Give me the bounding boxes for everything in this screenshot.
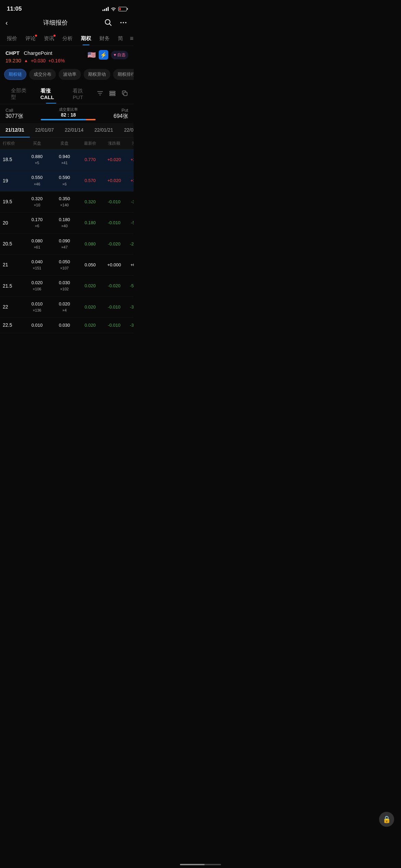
- last-price: 0.050: [78, 262, 102, 268]
- svg-point-2: [120, 22, 122, 23]
- change-pct: -33.33%: [126, 304, 134, 310]
- ask-price: 0.050×107: [51, 259, 78, 271]
- table-row[interactable]: 20.5 0.080×61 0.090×47 0.080 -0.020 -20.…: [0, 234, 134, 255]
- strike-price: 21: [3, 262, 23, 268]
- th-strike: 行权价: [3, 141, 23, 146]
- table-row[interactable]: 21 0.040×151 0.050×107 0.050 +0.000 +0.0…: [0, 255, 134, 276]
- watchlist-label: ♥ 自选: [114, 52, 125, 58]
- strike-price: 20.5: [3, 241, 23, 248]
- table-row[interactable]: 21.5 0.020×106 0.030×102 0.020 -0.020 -5…: [0, 276, 134, 297]
- status-time: 11:05: [7, 5, 22, 12]
- table-row[interactable]: 19.5 0.320×10 0.350×140 0.320 -0.010 -3.…: [0, 192, 134, 213]
- change-amount: -0.010: [102, 199, 126, 205]
- tab-options[interactable]: 期权: [77, 32, 95, 45]
- table-row[interactable]: 22 0.010×136 0.020×4 0.020 -0.010 -33.33…: [0, 297, 134, 318]
- ratio-bar-fill: [41, 119, 86, 120]
- strike-price: 18.5: [3, 156, 23, 163]
- change-amount: -0.020: [102, 283, 126, 289]
- signal-icon: [102, 7, 109, 11]
- battery-icon: [118, 7, 127, 11]
- subnav-ranking[interactable]: 期权排行: [113, 69, 134, 80]
- table-row[interactable]: 22.5 0.010 0.030 0.020 -0.010 -33.33%: [0, 318, 134, 333]
- list-icon[interactable]: [109, 90, 116, 98]
- subnav-options-chain[interactable]: 期权链: [4, 69, 26, 80]
- subnav-unusual[interactable]: 期权异动: [84, 69, 110, 80]
- stats-ratio: 成交量比率 82 : 18: [41, 107, 96, 120]
- watchlist-button[interactable]: ♥ 自选: [111, 51, 128, 59]
- date-tab-3[interactable]: 22/01/21: [89, 123, 119, 137]
- ask-price: 0.350×140: [51, 196, 78, 208]
- wifi-icon: [111, 7, 116, 11]
- ask-price: 0.590×6: [51, 174, 78, 187]
- change-pct: +3.64%: [126, 178, 134, 184]
- stock-name: ChargePoint: [24, 50, 52, 56]
- tab-all-type[interactable]: 全部类型: [5, 84, 35, 104]
- last-price: 0.570: [78, 178, 102, 184]
- strike-price: 22.5: [3, 322, 23, 329]
- bid-price: 0.170×6: [23, 217, 51, 229]
- th-bid: 买盘: [23, 141, 51, 146]
- header-icons: [104, 18, 128, 27]
- date-tab-1[interactable]: 22/01/07: [30, 123, 60, 137]
- ask-price: 0.020×4: [51, 301, 78, 313]
- more-button[interactable]: [119, 18, 128, 27]
- date-tab-4[interactable]: 22/01/28: [119, 123, 134, 137]
- filter-icon[interactable]: [97, 90, 104, 98]
- tab-analysis[interactable]: 分析: [58, 32, 77, 45]
- table-header: 行权价 买盘 卖盘 最新价 涨跌额 涨跌幅 成交: [0, 138, 134, 149]
- last-price: 0.020: [78, 322, 102, 328]
- bid-price: 0.010×136: [23, 301, 51, 313]
- stock-price: 19.230: [5, 58, 21, 63]
- bid-price: 0.080×61: [23, 238, 51, 250]
- date-tab-2[interactable]: 22/01/14: [59, 123, 89, 137]
- stock-arrow-icon: ▲: [24, 58, 28, 63]
- svg-rect-10: [110, 95, 115, 96]
- search-button[interactable]: [104, 18, 113, 27]
- tab-finance[interactable]: 财务: [95, 32, 114, 45]
- copy-icon[interactable]: [121, 90, 128, 98]
- tab-put[interactable]: 看跌PUT: [67, 84, 97, 104]
- change-pct: -50.00%: [126, 283, 134, 289]
- table-row[interactable]: 19 0.550×46 0.590×6 0.570 +0.020 +3.64% …: [0, 170, 134, 191]
- last-price: 0.020: [78, 283, 102, 289]
- back-button[interactable]: ‹: [5, 19, 8, 27]
- date-tab-0[interactable]: 21/12/31: [0, 123, 30, 137]
- page-title: 详细报价: [43, 19, 68, 27]
- date-tabs: 21/12/31 22/01/07 22/01/14 22/01/21 22/0…: [0, 123, 134, 138]
- last-price: 0.020: [78, 304, 102, 310]
- stock-change-pct: +0.16%: [48, 58, 65, 63]
- stats-call: Call 3077张: [5, 108, 23, 120]
- nav-menu-button[interactable]: ≡: [127, 32, 134, 46]
- tab-brief[interactable]: 简: [114, 32, 127, 45]
- comment-dot: [35, 35, 37, 37]
- last-price: 0.180: [78, 220, 102, 226]
- subnav-trade-dist[interactable]: 成交分布: [29, 69, 56, 80]
- svg-point-0: [105, 20, 110, 24]
- news-dot: [53, 35, 56, 37]
- tab-quote[interactable]: 报价: [3, 32, 21, 45]
- tab-call[interactable]: 看涨CALL: [35, 84, 68, 104]
- change-amount: +0.020: [102, 157, 126, 163]
- bid-price: 0.040×151: [23, 259, 51, 271]
- stock-right: 🇺🇸 ⚡ ♥ 自选: [87, 50, 128, 60]
- flag-icon: 🇺🇸: [87, 51, 96, 59]
- table-body: 18.5 0.880×5 0.940×41 0.770 +0.020 +2.67…: [0, 149, 134, 333]
- ask-price: 0.940×41: [51, 154, 78, 166]
- th-ask: 卖盘: [51, 141, 78, 146]
- tab-news[interactable]: 资讯: [40, 32, 58, 45]
- strike-price: 20: [3, 220, 23, 227]
- change-pct: -5.26%: [126, 220, 134, 226]
- change-pct: +0.00%: [126, 262, 134, 268]
- tab-comment[interactable]: 评论: [21, 32, 40, 45]
- svg-point-4: [125, 22, 126, 23]
- change-amount: -0.020: [102, 241, 126, 247]
- change-amount: -0.010: [102, 322, 126, 328]
- svg-rect-11: [124, 92, 127, 96]
- change-pct: -3.03%: [126, 199, 134, 205]
- change-amount: +0.020: [102, 178, 126, 184]
- table-row[interactable]: 18.5 0.880×5 0.940×41 0.770 +0.020 +2.67…: [0, 149, 134, 170]
- ask-price: 0.180×40: [51, 217, 78, 229]
- subnav-volatility[interactable]: 波动率: [59, 69, 81, 80]
- table-row[interactable]: 20 0.170×6 0.180×40 0.180 -0.010 -5.26% …: [0, 213, 134, 233]
- change-amount: -0.010: [102, 304, 126, 310]
